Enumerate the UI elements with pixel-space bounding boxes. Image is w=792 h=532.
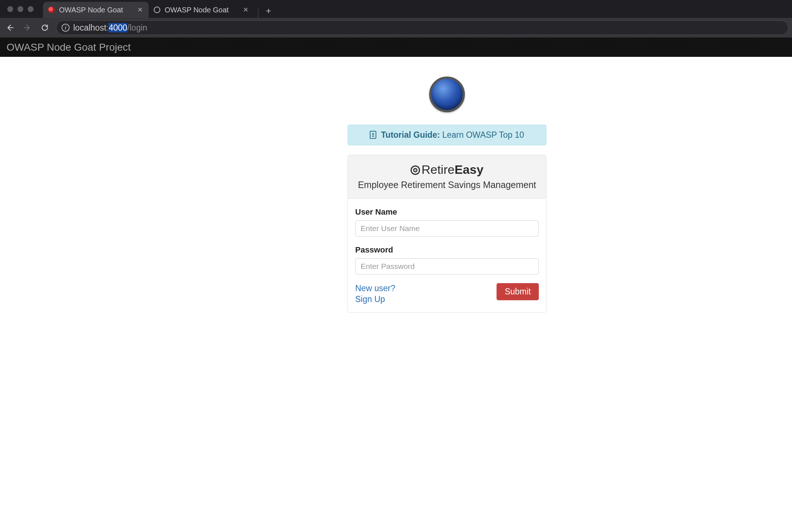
- tab-bar: OWASP Node Goat ✕ OWASP Node Goat ✕ ＋: [0, 0, 792, 18]
- password-input[interactable]: [355, 258, 539, 274]
- brand-subtitle: Employee Retirement Savings Management: [354, 180, 540, 190]
- arrow-right-icon: [23, 24, 31, 32]
- logo-wrap: [348, 77, 546, 112]
- book-icon: [370, 131, 376, 139]
- reload-button[interactable]: [39, 21, 51, 34]
- password-label: Password: [355, 245, 539, 255]
- tabs: OWASP Node Goat ✕ OWASP Node Goat ✕ ＋: [43, 0, 276, 18]
- url-port: 4000: [109, 23, 127, 32]
- close-icon[interactable]: ✕: [243, 6, 248, 14]
- app-header-title: OWASP Node Goat Project: [7, 42, 131, 53]
- close-icon[interactable]: ✕: [137, 6, 143, 14]
- target-icon: [411, 165, 420, 175]
- back-button[interactable]: [4, 21, 16, 34]
- owasp-logo-icon: [429, 77, 465, 112]
- brand: RetireEasy: [354, 163, 540, 177]
- username-label: User Name: [355, 207, 539, 217]
- site-info-icon[interactable]: i: [62, 24, 70, 32]
- window-minimize-icon[interactable]: [17, 6, 23, 12]
- tab-1[interactable]: OWASP Node Goat ✕: [149, 2, 254, 18]
- content-column: Tutorial Guide: Learn OWASP Top 10 Retir…: [348, 77, 546, 313]
- login-panel: RetireEasy Employee Retirement Savings M…: [348, 155, 546, 313]
- globe-icon: [154, 7, 160, 13]
- brand-part-b: Easy: [455, 163, 483, 176]
- url-bar[interactable]: i localhost:4000/login: [56, 20, 788, 35]
- reload-icon: [41, 24, 49, 32]
- page: Tutorial Guide: Learn OWASP Top 10 Retir…: [0, 57, 792, 313]
- panel-head: RetireEasy Employee Retirement Savings M…: [348, 155, 546, 199]
- panel-body: User Name Password New user? Sign Up Sub…: [348, 199, 546, 312]
- username-input[interactable]: [355, 220, 539, 236]
- signup-link[interactable]: New user? Sign Up: [355, 283, 406, 305]
- alert-strong: Tutorial Guide:: [381, 130, 440, 140]
- app-header: OWASP Node Goat Project: [0, 38, 792, 57]
- window-traffic-lights: [4, 6, 36, 12]
- nav-bar: i localhost:4000/login: [0, 18, 792, 38]
- tab-0[interactable]: OWASP Node Goat ✕: [43, 2, 149, 18]
- url-text: localhost:4000/login: [73, 23, 147, 33]
- tutorial-alert-link[interactable]: Tutorial Guide: Learn OWASP Top 10: [348, 125, 546, 145]
- form-footer: New user? Sign Up Submit: [355, 283, 539, 305]
- forward-button[interactable]: [21, 21, 34, 34]
- alert-text: Learn OWASP Top 10: [442, 130, 524, 140]
- url-path: /login: [127, 23, 147, 32]
- favicon-icon: [48, 7, 55, 13]
- arrow-left-icon: [6, 24, 14, 32]
- tab-title: OWASP Node Goat: [165, 6, 239, 14]
- tab-separator: [258, 8, 258, 18]
- browser-chrome: OWASP Node Goat ✕ OWASP Node Goat ✕ ＋ i …: [0, 0, 792, 57]
- tab-title: OWASP Node Goat: [59, 6, 133, 14]
- submit-button[interactable]: Submit: [497, 283, 539, 300]
- window-close-icon[interactable]: [7, 6, 13, 12]
- new-tab-button[interactable]: ＋: [261, 3, 276, 18]
- brand-part-a: Retire: [422, 163, 455, 176]
- window-zoom-icon[interactable]: [28, 6, 34, 12]
- url-host: localhost: [73, 23, 106, 32]
